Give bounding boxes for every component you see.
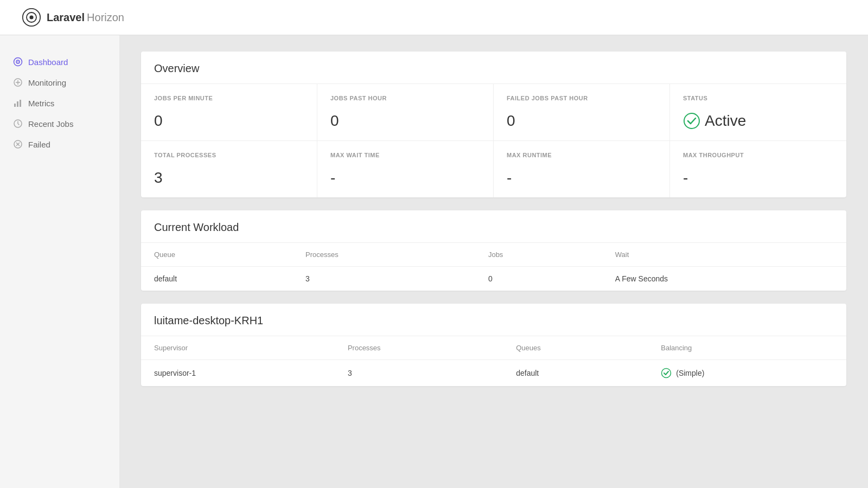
svg-point-5 bbox=[17, 61, 18, 62]
main-content: Overview JOBS PER MINUTE 0 JOBS PAST HOU… bbox=[119, 35, 868, 488]
supervisor-title: luitame-desktop-KRH1 bbox=[141, 304, 846, 336]
balancing-label: (Simple) bbox=[676, 369, 704, 377]
svg-point-2 bbox=[29, 15, 33, 19]
status-active: Active bbox=[683, 112, 833, 130]
overview-cell-tp: TOTAL PROCESSES 3 bbox=[141, 141, 317, 197]
value-tp: 3 bbox=[154, 169, 304, 187]
col-wait: Wait bbox=[602, 243, 846, 267]
label-mwt: MAX WAIT TIME bbox=[330, 152, 480, 158]
overview-cell-status: STATUS Active bbox=[670, 84, 846, 140]
cell-sv-balancing: (Simple) bbox=[648, 360, 846, 387]
topbar: Laravel Horizon bbox=[0, 0, 868, 35]
label-mr: MAX RUNTIME bbox=[507, 152, 656, 158]
sidebar-label-monitoring: Monitoring bbox=[28, 78, 66, 87]
sidebar-label-metrics: Metrics bbox=[28, 99, 54, 108]
col-sv-balancing: Balancing bbox=[648, 336, 846, 360]
cell-supervisor: supervisor-1 bbox=[141, 360, 335, 387]
svg-point-16 bbox=[684, 113, 699, 129]
label-status: STATUS bbox=[683, 95, 833, 101]
sidebar-label-failed: Failed bbox=[28, 140, 50, 149]
overview-cell-jpm: JOBS PER MINUTE 0 bbox=[141, 84, 317, 140]
cell-jobs: 0 bbox=[475, 267, 602, 291]
supervisor-header-row: Supervisor Processes Queues Balancing bbox=[141, 336, 846, 360]
supervisor-table-wrapper: Supervisor Processes Queues Balancing su… bbox=[141, 336, 846, 386]
balancing-cell: (Simple) bbox=[661, 368, 833, 378]
brand-subtitle: Horizon bbox=[87, 11, 124, 24]
overview-cell-fjph: FAILED JOBS PAST HOUR 0 bbox=[494, 84, 670, 140]
recent-jobs-icon bbox=[13, 119, 23, 129]
value-jpm: 0 bbox=[154, 112, 304, 130]
workload-card: Current Workload Queue Processes Jobs Wa… bbox=[141, 210, 846, 291]
workload-header-row: Queue Processes Jobs Wait bbox=[141, 243, 846, 267]
col-jobs: Jobs bbox=[475, 243, 602, 267]
small-check-icon bbox=[661, 368, 672, 378]
value-fjph: 0 bbox=[507, 112, 656, 130]
failed-icon bbox=[13, 139, 23, 149]
supervisor-card: luitame-desktop-KRH1 Supervisor Processe… bbox=[141, 304, 846, 386]
label-tp: TOTAL PROCESSES bbox=[154, 152, 304, 158]
col-queue: Queue bbox=[141, 243, 292, 267]
overview-cell-mr: MAX RUNTIME - bbox=[494, 141, 670, 197]
workload-table-wrapper: Queue Processes Jobs Wait default 3 0 A … bbox=[141, 243, 846, 291]
dashboard-icon bbox=[13, 57, 23, 67]
sidebar-item-monitoring[interactable]: Monitoring bbox=[0, 72, 119, 93]
cell-sv-queues: default bbox=[503, 360, 648, 387]
sidebar-item-recent-jobs[interactable]: Recent Jobs bbox=[0, 113, 119, 134]
workload-row: default 3 0 A Few Seconds bbox=[141, 267, 846, 291]
workload-table: Queue Processes Jobs Wait default 3 0 A … bbox=[141, 243, 846, 291]
supervisor-row: supervisor-1 3 default (Simple) bbox=[141, 360, 846, 387]
overview-cell-mwt: MAX WAIT TIME - bbox=[317, 141, 494, 197]
value-mwt: - bbox=[330, 169, 480, 187]
svg-rect-9 bbox=[14, 104, 16, 107]
logo-icon bbox=[22, 8, 41, 27]
svg-point-17 bbox=[662, 369, 671, 378]
cell-sv-processes: 3 bbox=[335, 360, 503, 387]
monitoring-icon bbox=[13, 78, 23, 87]
label-jpm: JOBS PER MINUTE bbox=[154, 95, 304, 101]
sidebar-label-dashboard: Dashboard bbox=[28, 57, 68, 67]
value-mth: - bbox=[683, 169, 833, 187]
main-layout: Dashboard Monitoring Metrics bbox=[0, 35, 868, 488]
col-sv-processes: Processes bbox=[335, 336, 503, 360]
col-processes: Processes bbox=[292, 243, 475, 267]
check-circle-icon bbox=[683, 112, 700, 130]
workload-title: Current Workload bbox=[141, 210, 846, 243]
value-mr: - bbox=[507, 169, 656, 187]
sidebar-label-recent-jobs: Recent Jobs bbox=[28, 119, 73, 129]
overview-row2: TOTAL PROCESSES 3 MAX WAIT TIME - MAX RU… bbox=[141, 141, 846, 197]
cell-wait: A Few Seconds bbox=[602, 267, 846, 291]
overview-row1: JOBS PER MINUTE 0 JOBS PAST HOUR 0 FAILE… bbox=[141, 84, 846, 141]
app-container: Laravel Horizon Dashboard bbox=[0, 0, 868, 488]
cell-queue: default bbox=[141, 267, 292, 291]
sidebar: Dashboard Monitoring Metrics bbox=[0, 35, 119, 488]
brand-name: Laravel bbox=[47, 11, 85, 24]
metrics-icon bbox=[13, 98, 23, 108]
sidebar-item-metrics[interactable]: Metrics bbox=[0, 93, 119, 113]
svg-rect-11 bbox=[20, 100, 21, 107]
sidebar-item-dashboard[interactable]: Dashboard bbox=[0, 52, 119, 72]
sidebar-item-failed[interactable]: Failed bbox=[0, 134, 119, 155]
overview-cell-jph: JOBS PAST HOUR 0 bbox=[317, 84, 494, 140]
status-value: Active bbox=[705, 112, 746, 130]
col-sv-queues: Queues bbox=[503, 336, 648, 360]
overview-card: Overview JOBS PER MINUTE 0 JOBS PAST HOU… bbox=[141, 52, 846, 197]
label-jph: JOBS PAST HOUR bbox=[330, 95, 480, 101]
label-mth: MAX THROUGHPUT bbox=[683, 152, 833, 158]
svg-rect-10 bbox=[17, 101, 18, 107]
overview-title: Overview bbox=[141, 52, 846, 84]
col-supervisor: Supervisor bbox=[141, 336, 335, 360]
value-jph: 0 bbox=[330, 112, 480, 130]
cell-processes: 3 bbox=[292, 267, 475, 291]
supervisor-table: Supervisor Processes Queues Balancing su… bbox=[141, 336, 846, 386]
label-fjph: FAILED JOBS PAST HOUR bbox=[507, 95, 656, 101]
overview-cell-mth: MAX THROUGHPUT - bbox=[670, 141, 846, 197]
